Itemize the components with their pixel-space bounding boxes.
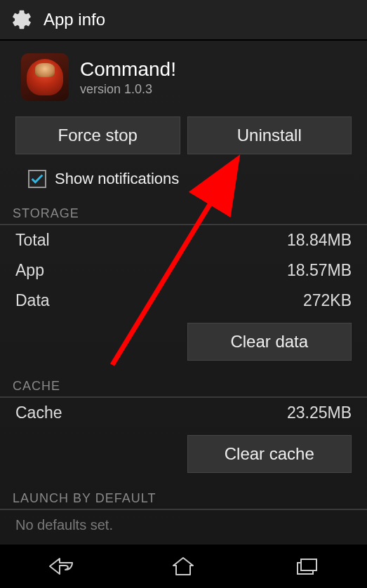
storage-app-value: 18.57MB — [287, 261, 352, 280]
uninstall-button[interactable]: Uninstall — [187, 116, 352, 154]
launch-section-header: LAUNCH BY DEFAULT — [0, 486, 367, 510]
clear-cache-row: Clear cache — [0, 428, 367, 479]
app-icon — [21, 53, 69, 101]
storage-total-row: Total 18.84MB — [0, 225, 367, 255]
clear-cache-button[interactable]: Clear cache — [187, 435, 352, 473]
cache-section-header: CACHE — [0, 373, 367, 398]
back-button[interactable] — [36, 551, 86, 582]
action-bar: App info — [0, 0, 367, 41]
app-title-block: Command! version 1.0.3 — [80, 58, 176, 97]
settings-icon[interactable] — [10, 8, 34, 32]
storage-section-header: STORAGE — [0, 201, 367, 225]
recent-apps-button[interactable] — [281, 551, 331, 582]
page-title: App info — [44, 10, 105, 29]
clear-data-button[interactable]: Clear data — [187, 323, 352, 361]
cache-value: 23.25MB — [287, 403, 352, 422]
storage-app-row: App 18.57MB — [0, 255, 367, 286]
show-notifications-row[interactable]: Show notifications — [0, 160, 367, 201]
force-stop-button[interactable]: Force stop — [15, 116, 180, 154]
home-button[interactable] — [159, 551, 208, 582]
storage-data-value: 272KB — [303, 291, 352, 310]
storage-total-label: Total — [15, 231, 50, 250]
show-notifications-checkbox[interactable] — [28, 170, 46, 188]
app-name: Command! — [80, 58, 176, 81]
app-version: version 1.0.3 — [80, 82, 176, 97]
cache-row: Cache 23.25MB — [0, 398, 367, 428]
storage-data-row: Data 272KB — [0, 286, 367, 316]
primary-button-row: Force stop Uninstall — [0, 109, 367, 160]
storage-data-label: Data — [15, 291, 50, 310]
navigation-bar — [0, 544, 367, 588]
content-area: Command! version 1.0.3 Force stop Uninst… — [0, 41, 367, 543]
app-header: Command! version 1.0.3 — [0, 41, 367, 109]
show-notifications-label: Show notifications — [55, 170, 179, 188]
storage-total-value: 18.84MB — [287, 231, 352, 250]
clear-data-row: Clear data — [0, 316, 367, 366]
cache-label: Cache — [15, 403, 62, 422]
svg-rect-2 — [301, 559, 316, 570]
launch-defaults-text: No defaults set. — [0, 510, 367, 540]
storage-app-label: App — [15, 261, 44, 280]
